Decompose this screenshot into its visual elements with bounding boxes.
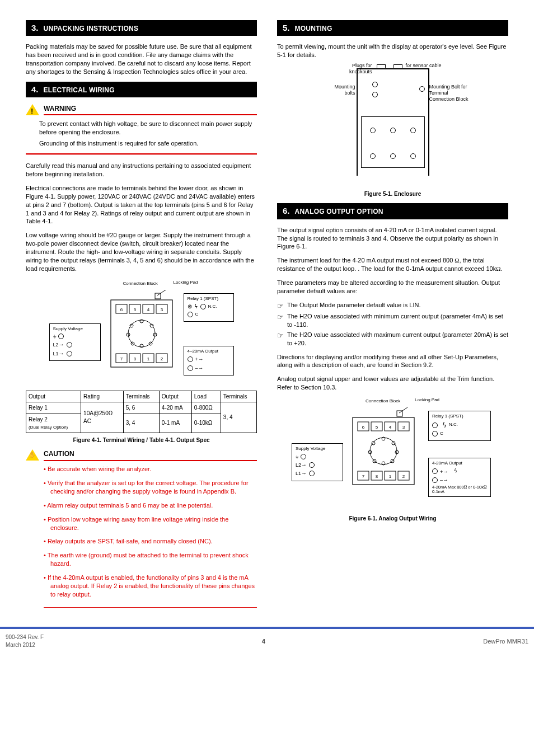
r1c1: Relay 1 bbox=[26, 402, 81, 414]
sec4-p3: Low voltage wiring should be #20 gauge o… bbox=[26, 231, 257, 273]
relay1-c-2: C bbox=[440, 431, 443, 437]
conn-block-label-2: Connection Block bbox=[366, 398, 400, 405]
two-column-layout: 3. UNPACKING INSTRUCTIONS Packing materi… bbox=[26, 20, 508, 613]
sec6-keypoints: The Output Mode parameter default value … bbox=[277, 301, 508, 348]
figure-6-1-caption: Figure 6-1. Analog Output Wiring bbox=[277, 515, 508, 523]
relay1-c: C bbox=[195, 312, 199, 318]
footer-left: 900-234 Rev. F March 2012 bbox=[6, 633, 44, 649]
footer-page-number: 4 bbox=[44, 637, 483, 646]
svg-text:1: 1 bbox=[389, 474, 392, 479]
svg-text:6: 6 bbox=[362, 425, 365, 430]
caution-body: Be accurate when wiring the analyzer. Ve… bbox=[44, 465, 257, 608]
right-column: 5. MOUNTING To permit viewing, mount the… bbox=[277, 20, 508, 613]
relay1-box-2: Relay 1 (SPST) ϟN.C. C bbox=[428, 411, 491, 441]
section-4-title: ELECTRICAL WIRING bbox=[44, 86, 115, 94]
svg-text:1: 1 bbox=[147, 356, 149, 361]
r1c5: 0-800Ω bbox=[191, 402, 221, 414]
supply-l1-2: L1 bbox=[296, 469, 307, 477]
svg-text:4: 4 bbox=[147, 307, 149, 312]
caution-line-3: Alarm relay output terminals 5 and 6 may… bbox=[44, 501, 257, 510]
caution-line-4: Position low voltage wiring away from li… bbox=[44, 515, 257, 532]
svg-text:3: 3 bbox=[402, 425, 405, 430]
relay1-nc-2: N.C. bbox=[449, 422, 458, 428]
svg-line-26 bbox=[157, 290, 171, 295]
octal-socket-icon-2: 6 5 4 3 7 8 1 2 bbox=[350, 407, 417, 491]
svg-text:3: 3 bbox=[160, 307, 163, 312]
keypoint-1: The Output Mode parameter default value … bbox=[277, 301, 508, 311]
section-5-title: MOUNTING bbox=[295, 25, 332, 32]
svg-text:2: 2 bbox=[402, 474, 405, 479]
section-3-title: UNPACKING INSTRUCTIONS bbox=[44, 25, 139, 32]
svg-text:2: 2 bbox=[160, 356, 163, 361]
warning-label: WARNING bbox=[44, 104, 257, 115]
keypoint-3: The H2O value associated with maximum cu… bbox=[277, 331, 508, 348]
load-note: 4-20mA Max 800Ω or 0-10kΩ 0-1mA bbox=[432, 485, 487, 495]
relay1-title-2: Relay 1 (SPST) bbox=[432, 414, 487, 420]
r1c6: 3, 4 bbox=[221, 402, 256, 433]
svg-text:5: 5 bbox=[133, 307, 136, 312]
section-5-number: 5. bbox=[283, 23, 290, 32]
section-6-title: ANALOG OUTPUT OPTION bbox=[295, 208, 383, 215]
supply-l2-2: L2 bbox=[296, 461, 307, 469]
section-5-heading: 5. MOUNTING bbox=[277, 20, 508, 36]
left-column: 3. UNPACKING INSTRUCTIONS Packing materi… bbox=[26, 20, 257, 613]
ma-output-box-2: 4-20mA Output +ϟ – 4-20mA Max 800Ω or 0-… bbox=[428, 458, 491, 497]
warning-icon bbox=[26, 104, 39, 116]
caution-label: CAUTION bbox=[44, 449, 257, 461]
page: 3. UNPACKING INSTRUCTIONS Packing materi… bbox=[0, 0, 534, 613]
caution-header: CAUTION bbox=[26, 449, 257, 462]
ma-title: 4–20mA Output bbox=[188, 349, 230, 355]
supply-voltage-box-2: Supply Voltage ⏚ L2 L1 bbox=[292, 443, 343, 481]
sec4-p2: Electrical connections are made to termi… bbox=[26, 184, 257, 226]
r1c3: 5, 6 bbox=[123, 402, 159, 414]
r2c5: 0-10kΩ bbox=[191, 414, 221, 433]
lock-pad-label: Locking Pad bbox=[174, 280, 198, 286]
th-rating: Rating bbox=[81, 391, 124, 402]
figure-4-1-diagram: 6 5 4 3 7 8 1 2 Conne bbox=[49, 279, 234, 385]
svg-text:7: 7 bbox=[362, 474, 365, 479]
svg-text:5: 5 bbox=[376, 425, 378, 430]
keypoint-2: The H2O value associated with minimum cu… bbox=[277, 312, 508, 329]
sec4-p1: Carefully read this manual and any instr… bbox=[26, 162, 257, 179]
table-4-1: Output Rating Terminals Output Load Term… bbox=[26, 391, 257, 433]
section-6-heading: 6. ANALOG OUTPUT OPTION bbox=[277, 203, 508, 219]
lead-sensor-cable: for sensor cable bbox=[406, 63, 445, 69]
supply-l1: L1 bbox=[53, 350, 64, 358]
lead-knockout-plugs: Plugs for knockouts bbox=[331, 63, 372, 75]
warning-body: To prevent contact with high voltage, be… bbox=[26, 120, 257, 156]
conn-block-label: Connection Block bbox=[123, 281, 158, 287]
figure-6-1-diagram: 6 5 4 3 7 8 1 2 Connection Block bbox=[299, 397, 484, 509]
r1c2: 10A@250ΩAC bbox=[81, 402, 124, 433]
lead-conn-block-bolt: Mounting Bolt for Terminal Connection Bl… bbox=[429, 84, 470, 102]
section-6-number: 6. bbox=[283, 206, 290, 215]
sec6-p5: Analog output signal upper and lower val… bbox=[277, 375, 508, 392]
caution-line-1: Be accurate when wiring the analyzer. bbox=[44, 465, 257, 473]
supply-title-2: Supply Voltage bbox=[296, 446, 339, 452]
warning-header: WARNING bbox=[26, 104, 257, 116]
figure-5-1-enclosure: Mounting bolts Mounting Bolt for Termina… bbox=[345, 65, 441, 182]
caution-line-6: The earth wire (ground) must be attached… bbox=[44, 551, 257, 568]
section-4-heading: 4. ELECTRICAL WIRING bbox=[26, 82, 257, 97]
r2c1: Relay 2(Dual Relay Option) bbox=[26, 414, 81, 433]
section-4-number: 4. bbox=[31, 84, 39, 94]
relay1-nc: N.C. bbox=[208, 304, 217, 310]
r1c4: 4-20 mA bbox=[159, 402, 191, 414]
svg-text:6: 6 bbox=[120, 307, 123, 312]
supply-title: Supply Voltage bbox=[53, 326, 97, 332]
sec6-p4: Directions for displaying and/or modifyi… bbox=[277, 353, 508, 370]
svg-line-54 bbox=[399, 407, 413, 413]
r2c4: 0-1 mA bbox=[159, 414, 191, 433]
footer-right: DewPro MMR31 bbox=[483, 637, 528, 646]
sec5-p1: To permit viewing, mount the unit with t… bbox=[277, 43, 508, 59]
sec6-p1: The output signal option consists of an … bbox=[277, 226, 508, 251]
lead-mounting-bolts: Mounting bolts bbox=[329, 84, 355, 96]
ma-output-box: 4–20mA Output + – bbox=[184, 346, 234, 376]
section-3-heading: 3. UNPACKING INSTRUCTIONS bbox=[26, 20, 257, 36]
relay1-title: Relay 1 (SPST) bbox=[188, 296, 230, 302]
lock-pad-label-2: Locking Pad bbox=[415, 397, 439, 403]
ma-plus: + bbox=[195, 355, 204, 363]
figure-5-1-caption: Figure 5-1. Enclosure bbox=[277, 190, 508, 198]
maout-title-2: 4-20mA Output bbox=[432, 461, 487, 467]
figure-4-1-caption: Figure 4-1. Terminal Wiring / Table 4-1.… bbox=[26, 436, 257, 444]
sec6-p3: Three parameters may be altered accordin… bbox=[277, 279, 508, 295]
